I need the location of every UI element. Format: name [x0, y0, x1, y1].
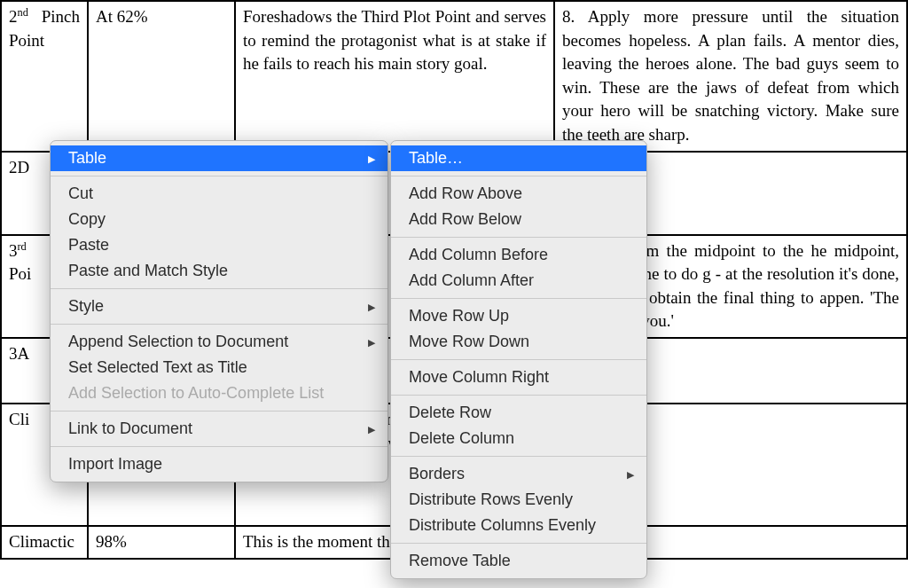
menu-item-paste-match-style[interactable]: Paste and Match Style: [51, 258, 387, 284]
menu-item-paste[interactable]: Paste: [51, 232, 387, 258]
table-cell[interactable]: 98%: [88, 526, 235, 559]
submenu-item-delete-col[interactable]: Delete Column: [391, 426, 646, 451]
table-row: 2nd Pinch PointAt 62%Foreshadows the Thi…: [1, 1, 907, 152]
menu-separator: [391, 176, 646, 176]
menu-separator: [51, 288, 387, 289]
table-cell[interactable]: 2nd Pinch Point: [1, 1, 88, 152]
menu-separator: [391, 359, 646, 360]
menu-separator: [391, 237, 646, 238]
submenu-item-borders[interactable]: Borders: [391, 461, 646, 487]
menu-item-append-selection[interactable]: Append Selection to Document: [51, 329, 387, 355]
table-cell[interactable]: Foreshadows the Third Plot Point and ser…: [235, 1, 554, 152]
table-cell[interactable]: At 62%: [88, 1, 235, 152]
menu-item-import-image[interactable]: Import Image: [51, 451, 387, 477]
submenu-item-table-dialog[interactable]: Table…: [391, 145, 646, 171]
menu-item-set-title[interactable]: Set Selected Text as Title: [51, 355, 387, 380]
menu-separator: [391, 395, 646, 396]
table-cell[interactable]: Climactic: [1, 526, 88, 559]
submenu-item-add-col-before[interactable]: Add Column Before: [391, 242, 646, 268]
menu-separator: [51, 446, 387, 447]
table-cell[interactable]: 8. Apply more pressure until the situati…: [554, 1, 907, 152]
submenu-item-add-row-above[interactable]: Add Row Above: [391, 181, 646, 207]
menu-separator: [391, 298, 646, 299]
menu-item-autocomplete: Add Selection to Auto-Complete List: [51, 380, 387, 406]
submenu-item-remove-table[interactable]: Remove Table: [391, 548, 646, 574]
table-submenu: Table… Add Row Above Add Row Below Add C…: [390, 140, 647, 579]
submenu-item-delete-row[interactable]: Delete Row: [391, 400, 646, 426]
menu-item-table[interactable]: Table: [51, 145, 387, 171]
submenu-item-move-row-up[interactable]: Move Row Up: [391, 303, 646, 329]
submenu-item-add-row-below[interactable]: Add Row Below: [391, 207, 646, 232]
menu-separator: [51, 176, 387, 176]
context-menu: Table Cut Copy Paste Paste and Match Sty…: [50, 140, 388, 482]
submenu-item-distribute-cols[interactable]: Distribute Columns Evenly: [391, 513, 646, 538]
menu-separator: [51, 411, 387, 412]
submenu-item-move-row-down[interactable]: Move Row Down: [391, 329, 646, 355]
menu-item-copy[interactable]: Copy: [51, 207, 387, 232]
submenu-item-distribute-rows[interactable]: Distribute Rows Evenly: [391, 487, 646, 513]
menu-item-cut[interactable]: Cut: [51, 181, 387, 207]
menu-item-style[interactable]: Style: [51, 294, 387, 319]
menu-item-link-document[interactable]: Link to Document: [51, 416, 387, 442]
submenu-item-add-col-after[interactable]: Add Column After: [391, 268, 646, 294]
submenu-item-move-col-right[interactable]: Move Column Right: [391, 365, 646, 390]
menu-separator: [391, 543, 646, 544]
menu-separator: [391, 456, 646, 457]
menu-separator: [51, 324, 387, 325]
